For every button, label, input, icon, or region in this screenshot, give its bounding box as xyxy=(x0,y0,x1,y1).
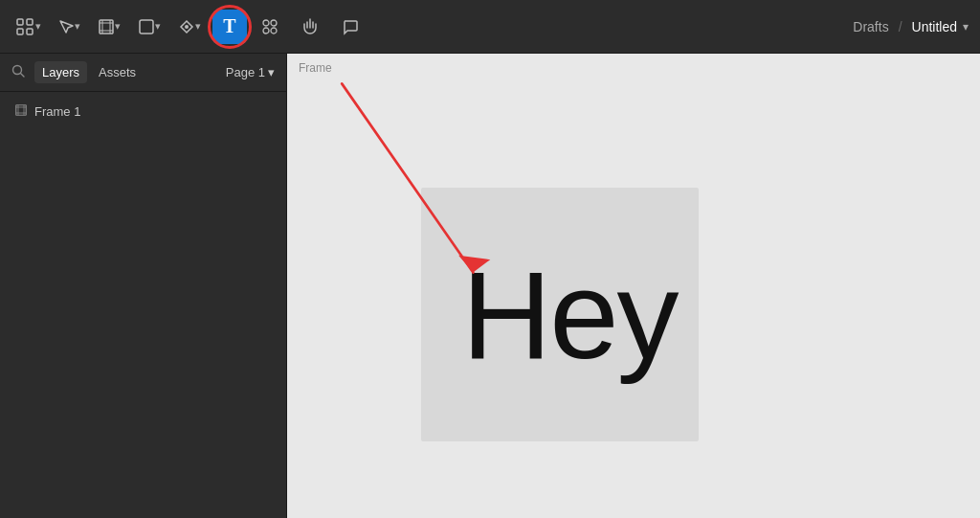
svg-point-12 xyxy=(271,20,277,26)
hand-tool-button[interactable] xyxy=(293,10,327,44)
main-area: Layers Assets Page 1 ▾ Frame 1 xyxy=(0,54,980,518)
breadcrumb-separator: / xyxy=(899,19,902,34)
frame-icon xyxy=(15,104,27,119)
svg-line-16 xyxy=(21,74,25,78)
project-name[interactable]: Untitled xyxy=(912,19,957,34)
toolbar: ▾ ▾ ▾ ▾ xyxy=(0,0,980,54)
page-label: Page 1 xyxy=(226,65,265,79)
svg-point-11 xyxy=(263,20,269,26)
svg-rect-2 xyxy=(17,29,23,34)
frame-label: Frame xyxy=(299,61,332,75)
svg-point-10 xyxy=(185,25,189,29)
components-tool-button[interactable] xyxy=(253,10,287,44)
shape-tool-button[interactable]: ▾ xyxy=(132,10,167,44)
svg-rect-3 xyxy=(27,29,33,34)
project-chevron-icon[interactable]: ▾ xyxy=(963,20,969,34)
sidebar-tabs: Layers Assets Page 1 ▾ xyxy=(0,54,286,92)
tab-assets[interactable]: Assets xyxy=(91,61,144,83)
canvas[interactable]: Frame Hey xyxy=(287,54,980,518)
svg-rect-1 xyxy=(27,19,33,25)
sidebar-content: Frame 1 xyxy=(0,92,286,131)
page-selector[interactable]: Page 1 ▾ xyxy=(226,65,275,79)
layer-name: Frame 1 xyxy=(34,104,80,119)
grid-tool-button[interactable]: ▾ xyxy=(11,10,46,44)
svg-rect-9 xyxy=(140,20,153,34)
search-icon[interactable] xyxy=(11,64,25,80)
svg-point-14 xyxy=(271,28,277,34)
page-chevron-icon: ▾ xyxy=(268,65,275,79)
svg-point-13 xyxy=(263,28,269,34)
text-tool-button[interactable]: T xyxy=(212,10,247,44)
drafts-label[interactable]: Drafts xyxy=(853,19,888,34)
toolbar-left: ▾ ▾ ▾ ▾ xyxy=(11,10,853,44)
svg-rect-17 xyxy=(16,105,27,116)
canvas-frame xyxy=(421,188,699,441)
svg-rect-0 xyxy=(17,19,23,25)
frame-tool-button[interactable]: ▾ xyxy=(92,10,126,44)
comment-tool-button[interactable] xyxy=(333,10,368,44)
toolbar-right: Drafts / Untitled ▾ xyxy=(853,19,969,34)
list-item[interactable]: Frame 1 xyxy=(0,100,286,124)
tab-layers[interactable]: Layers xyxy=(34,61,87,83)
pen-tool-button[interactable]: ▾ xyxy=(172,10,207,44)
sidebar: Layers Assets Page 1 ▾ Frame 1 xyxy=(0,54,287,518)
move-tool-button[interactable]: ▾ xyxy=(52,10,86,44)
svg-rect-4 xyxy=(100,20,113,34)
